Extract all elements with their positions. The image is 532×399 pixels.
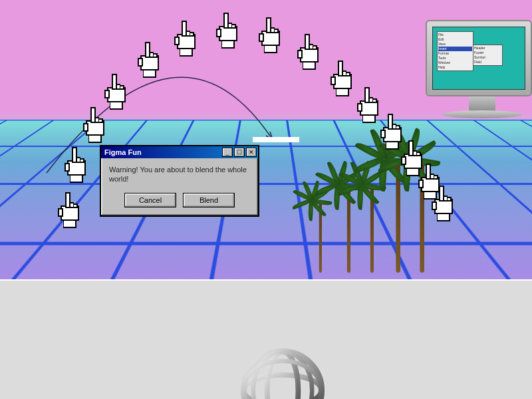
monitor-menu: FileEditViewInsertFormatToolsWindowHelp bbox=[437, 31, 473, 71]
svg-rect-83 bbox=[419, 180, 423, 188]
svg-rect-65 bbox=[358, 104, 362, 111]
svg-rect-7 bbox=[68, 161, 85, 175]
svg-rect-82 bbox=[434, 176, 438, 180]
cancel-button[interactable]: Cancel bbox=[124, 193, 176, 207]
svg-rect-61 bbox=[360, 101, 378, 115]
close-button[interactable]: ✕ bbox=[246, 148, 257, 157]
monitor-menu-item: Insert bbox=[438, 47, 472, 51]
monitor-submenu-item: Symbol bbox=[474, 55, 501, 60]
svg-rect-19 bbox=[108, 88, 125, 102]
svg-rect-89 bbox=[432, 202, 436, 209]
svg-rect-53 bbox=[298, 51, 302, 58]
pointer-cursor-icon bbox=[170, 20, 200, 57]
svg-rect-85 bbox=[435, 200, 452, 213]
svg-rect-23 bbox=[105, 90, 109, 98]
svg-rect-59 bbox=[331, 77, 335, 84]
pointer-cursor-icon bbox=[78, 106, 109, 144]
svg-rect-31 bbox=[178, 35, 195, 49]
monitor-screen: FileEditViewInsertFormatToolsWindowHelp … bbox=[432, 27, 525, 90]
svg-rect-43 bbox=[262, 31, 279, 45]
svg-rect-5 bbox=[59, 209, 63, 216]
svg-rect-76 bbox=[416, 152, 420, 156]
svg-rect-77 bbox=[402, 157, 406, 164]
minimize-button[interactable]: _ bbox=[222, 148, 233, 157]
dialog-titlebar[interactable]: Figma Fun _ ☐ ✕ bbox=[101, 146, 258, 158]
svg-rect-40 bbox=[231, 25, 235, 29]
monitor-submenu-item: Header bbox=[474, 46, 501, 51]
ruler-graphic bbox=[253, 137, 299, 142]
warning-dialog: Figma Fun _ ☐ ✕ Warning! You are about t… bbox=[100, 145, 259, 217]
svg-rect-37 bbox=[219, 27, 237, 41]
svg-rect-52 bbox=[313, 46, 317, 50]
pointer-cursor-icon bbox=[60, 146, 90, 184]
blend-button[interactable]: Blend bbox=[183, 193, 235, 207]
svg-rect-25 bbox=[141, 56, 158, 70]
monitor-frame: FileEditViewInsertFormatToolsWindowHelp … bbox=[426, 20, 532, 96]
svg-rect-88 bbox=[447, 198, 451, 201]
lower-panel bbox=[0, 279, 532, 399]
monitor-submenu: HeaderFooterSymbolField bbox=[473, 45, 503, 66]
pointer-cursor-icon bbox=[133, 41, 164, 78]
monitor-submenu-item: Field bbox=[474, 60, 501, 65]
svg-rect-22 bbox=[120, 86, 124, 90]
monitor-menu-item: Tools bbox=[438, 56, 472, 61]
svg-rect-35 bbox=[175, 37, 179, 45]
svg-rect-1 bbox=[61, 206, 78, 220]
svg-rect-47 bbox=[259, 34, 263, 41]
svg-rect-29 bbox=[138, 59, 142, 66]
pointer-cursor-icon bbox=[427, 185, 458, 222]
dialog-body: Warning! You are about to blend the whol… bbox=[101, 158, 258, 215]
pointer-cursor-icon bbox=[53, 192, 84, 229]
monitor-menu-item: View bbox=[438, 42, 472, 47]
monitor-menu-item: Edit bbox=[438, 37, 472, 42]
maximize-button[interactable]: ☐ bbox=[234, 148, 245, 157]
svg-rect-71 bbox=[381, 130, 385, 138]
svg-rect-70 bbox=[396, 126, 400, 130]
globe-icon bbox=[239, 347, 326, 399]
pointer-cursor-icon bbox=[254, 17, 285, 54]
svg-rect-11 bbox=[65, 164, 69, 171]
monitor-menu-item: Format bbox=[438, 51, 472, 56]
svg-rect-49 bbox=[301, 48, 318, 62]
dialog-message: Warning! You are about to blend the whol… bbox=[109, 165, 250, 184]
pointer-cursor-icon bbox=[293, 33, 323, 70]
vaporwave-scene: FileEditViewInsertFormatToolsWindowHelp … bbox=[0, 0, 532, 279]
svg-rect-16 bbox=[98, 119, 102, 123]
monitor-menu-item: Help bbox=[438, 65, 472, 70]
svg-rect-41 bbox=[217, 29, 221, 37]
dialog-title: Figma Fun bbox=[102, 148, 142, 156]
monitor-menu-item: Window bbox=[438, 61, 472, 65]
window-controls: _ ☐ ✕ bbox=[222, 148, 257, 157]
svg-rect-4 bbox=[73, 204, 77, 208]
svg-rect-10 bbox=[80, 159, 84, 163]
svg-rect-46 bbox=[274, 29, 278, 33]
retro-monitor: FileEditViewInsertFormatToolsWindowHelp … bbox=[426, 20, 532, 118]
svg-rect-34 bbox=[190, 33, 194, 37]
svg-rect-64 bbox=[372, 99, 376, 103]
monitor-menu-item: File bbox=[438, 33, 472, 37]
svg-rect-55 bbox=[334, 74, 351, 88]
monitor-submenu-item: Footer bbox=[474, 51, 501, 55]
monitor-base bbox=[442, 110, 522, 118]
dialog-buttons: Cancel Blend bbox=[109, 193, 250, 207]
svg-rect-58 bbox=[346, 72, 350, 76]
svg-rect-13 bbox=[86, 121, 104, 135]
pointer-cursor-icon bbox=[211, 12, 242, 49]
svg-rect-28 bbox=[153, 54, 157, 58]
svg-rect-17 bbox=[84, 124, 88, 131]
pointer-cursor-icon bbox=[100, 73, 130, 110]
